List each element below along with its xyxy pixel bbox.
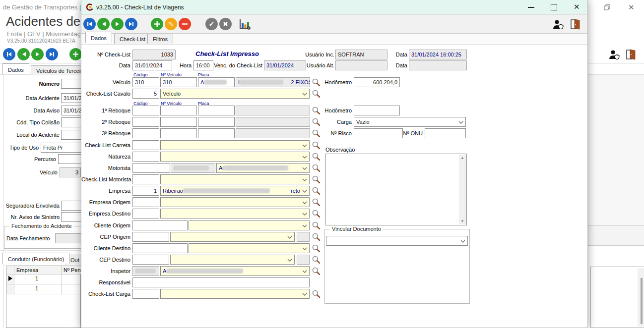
- grid-row-1-empresa[interactable]: 1: [14, 274, 62, 284]
- bg-last-record-button[interactable]: [46, 48, 58, 60]
- bg-veiculo-field[interactable]: 3: [60, 167, 81, 177]
- empresa-destino-codigo-field[interactable]: [132, 209, 159, 219]
- reboque2-num-field[interactable]: [160, 117, 197, 127]
- hodometro-field[interactable]: 600.204,0: [354, 77, 400, 87]
- empresa-destino-lookup-button[interactable]: [312, 209, 322, 219]
- scroll-up-icon[interactable]: ▲: [460, 156, 464, 160]
- reboque3-placa-field[interactable]: [198, 128, 235, 138]
- vincular-documento-group: Vincular Documento: [324, 229, 470, 304]
- veiculo-codigo-field[interactable]: 310: [132, 77, 159, 87]
- checklist-carga-select[interactable]: [160, 289, 310, 299]
- cliente-destino-codigo-field[interactable]: [132, 243, 188, 253]
- cliente-destino-lookup-button[interactable]: [312, 244, 322, 254]
- cliente-origem-select[interactable]: [189, 220, 310, 230]
- carga-select[interactable]: Vazio: [354, 117, 466, 127]
- checklist-motorista-select[interactable]: [160, 174, 310, 184]
- cep-origem-select[interactable]: [170, 232, 295, 242]
- redacted-text: [183, 188, 270, 193]
- checklist-carreta-codigo-field[interactable]: [132, 140, 159, 150]
- bg-prev-record-button[interactable]: [17, 48, 30, 60]
- tab-condutor-funcionario[interactable]: Condutor (Funcionário): [2, 253, 69, 264]
- cliente-origem-lookup-button[interactable]: [312, 221, 322, 231]
- bg-right-scrollbar-thumb[interactable]: [641, 278, 643, 324]
- motorista-select[interactable]: Al: [216, 163, 310, 173]
- checklist-motorista-lookup-button[interactable]: [312, 175, 322, 185]
- scroll-down-icon[interactable]: ▼: [460, 219, 464, 223]
- data-inc-field[interactable]: 31/01/2024 16:00:25: [409, 50, 467, 59]
- bg-close-button[interactable]: ✕: [628, 3, 635, 12]
- bg-add-button[interactable]: [69, 48, 82, 60]
- grid-row-2-empresa[interactable]: 1: [14, 284, 62, 294]
- checklist-motorista-codigo-field[interactable]: [132, 174, 159, 184]
- checklist-cavalo-select[interactable]: Veículo: [160, 89, 310, 99]
- cliente-destino-label: Cliente Destino: [81, 245, 130, 251]
- vincular-documento-select[interactable]: [326, 236, 468, 246]
- reboque3-codigo-field[interactable]: [132, 128, 159, 138]
- empresa-codigo-field[interactable]: 1: [132, 186, 159, 196]
- reboque2-codigo-field[interactable]: [132, 117, 159, 127]
- no-onu-field[interactable]: [425, 128, 466, 138]
- reboque3-num-field[interactable]: [160, 128, 197, 138]
- natureza-codigo-field[interactable]: [132, 152, 159, 162]
- cliente-origem-codigo-field[interactable]: [132, 220, 188, 230]
- no-checklist-label: Nº Check-List: [81, 52, 130, 57]
- bg-first-record-button[interactable]: [3, 48, 15, 60]
- natureza-select[interactable]: [160, 152, 310, 162]
- inspetor-select[interactable]: A: [160, 266, 310, 276]
- bg-next-record-button[interactable]: [31, 48, 44, 60]
- bg-exit-door-icon[interactable]: [626, 49, 636, 62]
- empresa-lookup-button[interactable]: [312, 186, 322, 196]
- hora-field[interactable]: 16:00: [193, 60, 213, 70]
- reboque1-codigo-field[interactable]: [132, 106, 159, 115]
- cep-origem-field[interactable]: [132, 232, 169, 242]
- empresa-destino-select[interactable]: [160, 209, 310, 219]
- observacao-scrollbar[interactable]: ▲▼: [459, 155, 466, 224]
- reboque1-num-field[interactable]: [160, 106, 197, 115]
- empresa-origem-lookup-button[interactable]: [312, 198, 322, 208]
- dialog-form: Nº Check-List 1033 Check-List Impresso U…: [81, 0, 587, 328]
- no-checklist-field[interactable]: 1033: [132, 50, 176, 59]
- cep-destino-lookup-button[interactable]: [312, 255, 322, 265]
- hodometro2-field[interactable]: [354, 106, 400, 115]
- veiculo-placa-field[interactable]: A: [198, 77, 235, 87]
- tab-filtros[interactable]: Filtros: [147, 34, 173, 44]
- cep-origem-lookup-button[interactable]: [312, 232, 322, 242]
- motorista-codigo-field[interactable]: [132, 163, 170, 173]
- observacao-textarea[interactable]: ▲▼: [325, 154, 467, 225]
- data-field[interactable]: 31/01/2024: [132, 60, 172, 70]
- motorista-lookup-button[interactable]: [312, 164, 322, 173]
- cep-destino-select[interactable]: [170, 255, 295, 265]
- data-inc-label: Data: [378, 52, 407, 57]
- veiculo-num-field[interactable]: 310: [160, 77, 197, 87]
- checklist-cavalo-codigo-field[interactable]: 5: [132, 89, 159, 99]
- bg-restore-button[interactable]: [604, 4, 610, 12]
- bg-right-scrollbar[interactable]: [638, 268, 644, 327]
- veiculo-label: Veículo: [81, 79, 130, 85]
- empresa-origem-codigo-field[interactable]: [132, 197, 159, 207]
- reboque1-placa-field[interactable]: [198, 106, 235, 115]
- checklist-carreta-lookup-button[interactable]: [312, 141, 322, 151]
- tab-dados[interactable]: Dados: [85, 32, 112, 43]
- bg-tab-dados[interactable]: Dados: [2, 63, 29, 74]
- responsavel-field[interactable]: [132, 277, 310, 287]
- no-risco-field[interactable]: [354, 128, 403, 138]
- natureza-lookup-button[interactable]: [312, 152, 322, 162]
- reboque2-placa-field[interactable]: [198, 117, 235, 127]
- empresa-origem-select[interactable]: [160, 197, 310, 207]
- checklist-cavalo-lookup-button[interactable]: [312, 89, 322, 99]
- cliente-destino-select[interactable]: [189, 243, 310, 253]
- inspetor-lookup-button[interactable]: [312, 267, 322, 276]
- hodometro-label: Hodômetro: [302, 79, 352, 85]
- bg-user-permissions-icon[interactable]: [609, 50, 620, 61]
- tab-checklist[interactable]: Check-List: [114, 34, 151, 44]
- cep-destino-field[interactable]: [132, 255, 169, 265]
- data-alt-field[interactable]: [409, 60, 467, 70]
- checklist-carreta-select[interactable]: [160, 140, 310, 150]
- checklist-carga-codigo-field[interactable]: [132, 289, 159, 299]
- bg-window-title: de Gestão de Transportes | TM: [3, 3, 92, 11]
- empresa-select[interactable]: Ribeiraoreto: [160, 186, 310, 196]
- checklist-carga-lookup-button[interactable]: [312, 289, 322, 299]
- veiculo-desc-field: I2 EIXOS: [236, 77, 310, 87]
- empresa-origem-label: Empresa Origem: [81, 199, 130, 205]
- inspetor-codigo-field: [132, 266, 159, 276]
